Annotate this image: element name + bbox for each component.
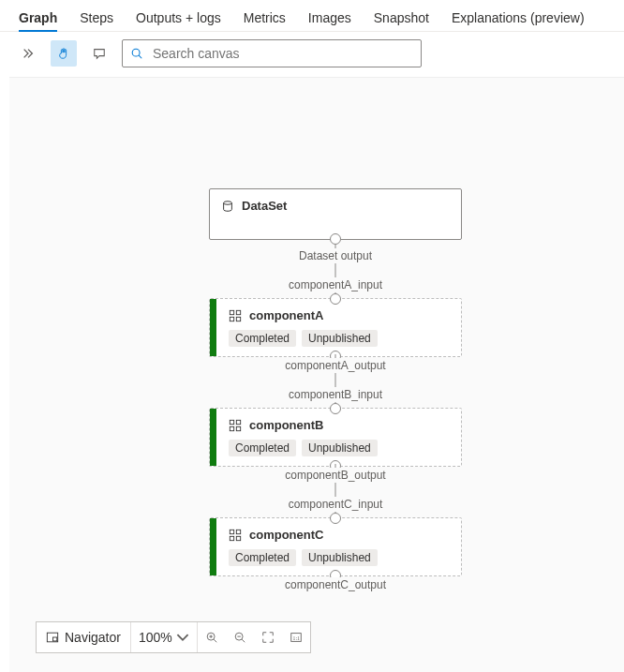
graph-canvas[interactable]: DataSet Dataset output componentA_input: [9, 77, 624, 672]
expand-toolbar-button[interactable]: [15, 40, 41, 67]
tab-snapshot[interactable]: Snapshot: [374, 10, 429, 31]
port-label-out: componentB_output: [279, 468, 391, 483]
search-input[interactable]: [151, 45, 413, 62]
port-in[interactable]: [330, 513, 341, 524]
zoom-out-button[interactable]: [226, 622, 254, 652]
zoom-in-icon: [205, 631, 218, 644]
svg-rect-7: [230, 420, 233, 424]
status-badge: Completed: [229, 440, 296, 456]
tab-images[interactable]: Images: [308, 10, 351, 31]
zoom-in-button[interactable]: [198, 622, 226, 652]
navigator-icon: [46, 631, 59, 644]
node-title: componentC: [249, 528, 323, 542]
node-title: componentB: [249, 418, 323, 432]
svg-rect-12: [236, 530, 240, 533]
port-in[interactable]: [330, 403, 341, 414]
tab-explanations[interactable]: Explanations (preview): [452, 10, 585, 31]
port-label-out: componentA_output: [279, 358, 391, 373]
svg-rect-3: [230, 310, 233, 314]
svg-rect-10: [236, 426, 240, 430]
component-icon: [229, 419, 242, 432]
comment-tool-button[interactable]: [86, 40, 112, 67]
navigator-bar: Navigator 100%: [36, 621, 311, 653]
zoom-out-icon: [233, 631, 246, 644]
svg-rect-9: [230, 426, 233, 430]
svg-line-1: [139, 55, 141, 58]
comment-icon: [93, 47, 106, 60]
publish-badge: Unpublished: [302, 440, 378, 456]
port-label-in: componentC_input: [283, 497, 389, 512]
navigator-toggle[interactable]: Navigator: [37, 622, 131, 652]
component-icon: [229, 309, 242, 322]
node-title: componentA: [249, 308, 323, 322]
svg-rect-5: [230, 317, 233, 321]
status-badge: Completed: [229, 330, 296, 347]
canvas-toolbar: [0, 32, 624, 75]
search-icon: [130, 47, 143, 60]
svg-line-22: [242, 639, 245, 642]
tabs-bar: Graph Steps Outputs + logs Metrics Image…: [0, 0, 624, 32]
zoom-level[interactable]: 100%: [131, 622, 198, 652]
svg-point-0: [132, 49, 140, 56]
port-label-in: componentB_input: [283, 387, 388, 402]
pan-tool-button[interactable]: [51, 40, 77, 67]
tab-metrics[interactable]: Metrics: [244, 10, 286, 31]
chevron-down-icon: [176, 631, 189, 644]
port-label-in: componentA_input: [283, 277, 388, 292]
port-label-out: componentC_output: [279, 577, 392, 592]
status-badge: Completed: [229, 549, 296, 566]
search-canvas[interactable]: [122, 39, 422, 67]
svg-rect-13: [230, 536, 233, 540]
svg-line-18: [214, 639, 216, 642]
node-component-a[interactable]: componentA Completed Unpublished: [209, 298, 462, 357]
svg-point-2: [224, 201, 232, 204]
hand-icon: [57, 47, 70, 60]
svg-rect-14: [236, 536, 240, 540]
svg-text:1:1: 1:1: [292, 635, 299, 641]
port-in[interactable]: [330, 293, 341, 305]
svg-rect-11: [230, 530, 233, 533]
node-dataset[interactable]: DataSet: [209, 188, 462, 240]
svg-rect-16: [52, 637, 56, 641]
node-component-b[interactable]: componentB Completed Unpublished: [209, 408, 462, 467]
node-title: DataSet: [242, 199, 287, 213]
component-icon: [229, 529, 242, 542]
database-icon: [221, 200, 234, 213]
actual-size-button[interactable]: 1:1: [282, 622, 310, 652]
port-label-out: Dataset output: [293, 248, 378, 263]
navigator-label: Navigator: [65, 630, 121, 645]
fit-screen-button[interactable]: [254, 622, 282, 652]
node-component-c[interactable]: componentC Completed Unpublished: [209, 517, 462, 576]
tab-steps[interactable]: Steps: [80, 10, 113, 31]
fit-screen-icon: [261, 631, 275, 644]
chevrons-right-icon: [22, 47, 35, 60]
svg-rect-4: [236, 310, 240, 314]
publish-badge: Unpublished: [302, 549, 378, 566]
svg-rect-8: [236, 420, 240, 424]
one-to-one-icon: 1:1: [290, 631, 303, 644]
zoom-value: 100%: [139, 630, 172, 645]
port-out[interactable]: [330, 233, 341, 245]
tab-graph[interactable]: Graph: [19, 10, 57, 31]
svg-rect-6: [236, 317, 240, 321]
publish-badge: Unpublished: [302, 330, 378, 347]
tab-outputs-logs[interactable]: Outputs + logs: [136, 10, 221, 31]
